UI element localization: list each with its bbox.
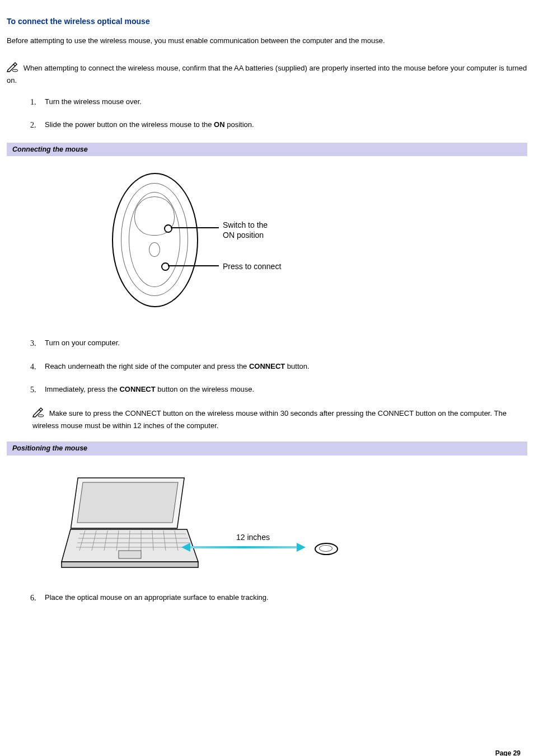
subheader-positioning: Positioning the mouse — [7, 442, 527, 456]
svg-point-0 — [12, 69, 18, 72]
step-bold: CONNECT — [119, 385, 155, 393]
figure-label-switch: Switch to the ON position — [223, 220, 268, 240]
step-3: Turn on your computer. — [7, 337, 527, 349]
leader-line — [171, 227, 219, 228]
svg-point-1 — [38, 415, 44, 417]
subheader-connecting: Connecting the mouse — [7, 143, 527, 157]
figure-connecting-mouse: Switch to the ON position Press to conne… — [7, 167, 527, 313]
arrow-right-icon — [297, 543, 306, 552]
steps-list-cont2: Place the optical mouse on an appropriat… — [7, 592, 527, 603]
arrow-left-icon — [181, 543, 190, 552]
step-1: Turn the wireless mouse over. — [7, 96, 527, 107]
step-text: Turn the wireless mouse over. — [45, 97, 142, 106]
steps-list: Turn the wireless mouse over. Slide the … — [7, 96, 527, 130]
label-line: Switch to the — [223, 220, 268, 229]
note-text: Make sure to press the CONNECT button on… — [32, 409, 507, 430]
step-bold: CONNECT — [249, 362, 285, 370]
figure-label-press: Press to connect — [223, 261, 281, 271]
leader-line — [168, 265, 219, 266]
step-2: Slide the power button on the wireless m… — [7, 119, 527, 130]
step-text: button on the wireless mouse. — [156, 385, 254, 393]
steps-list-cont: Turn on your computer. Reach underneath … — [7, 337, 527, 395]
step-4: Reach underneath the right side of the c… — [7, 361, 527, 372]
label-line: ON position — [223, 231, 264, 240]
step-text: position. — [225, 120, 254, 129]
step-text: Place the optical mouse on an appropriat… — [45, 593, 269, 602]
note-block-1: When attempting to connect the wireless … — [7, 62, 527, 86]
page-number: Page 29 — [7, 748, 527, 756]
step-6: Place the optical mouse on an appropriat… — [7, 592, 527, 603]
svg-rect-19 — [119, 551, 141, 558]
section-title: To connect the wireless optical mouse — [7, 16, 527, 27]
laptop-illustration — [57, 467, 203, 579]
figure-positioning-mouse: 12 inches — [7, 467, 527, 579]
mouse-small-inner — [319, 545, 332, 552]
step-text: Turn on your computer. — [45, 339, 120, 347]
svg-marker-3 — [77, 482, 178, 523]
step-5: Immediately, press the CONNECT button on… — [7, 384, 527, 395]
step-text: Immediately, press the — [45, 385, 119, 393]
intro-paragraph: Before attempting to use the wireless mo… — [7, 35, 527, 46]
step-text: button. — [285, 362, 309, 370]
figure-distance-label: 12 inches — [236, 532, 270, 543]
pencil-note-icon — [7, 62, 19, 76]
step-text: Reach underneath the right side of the c… — [45, 362, 249, 370]
step-text: Slide the power button on the wireless m… — [45, 120, 214, 129]
note-block-2: Make sure to press the CONNECT button on… — [32, 407, 527, 431]
note-text: When attempting to connect the wireless … — [7, 64, 527, 84]
step-bold: ON — [214, 120, 225, 129]
distance-arrow — [190, 546, 297, 548]
svg-marker-5 — [62, 562, 198, 567]
pencil-note-icon — [32, 407, 45, 421]
